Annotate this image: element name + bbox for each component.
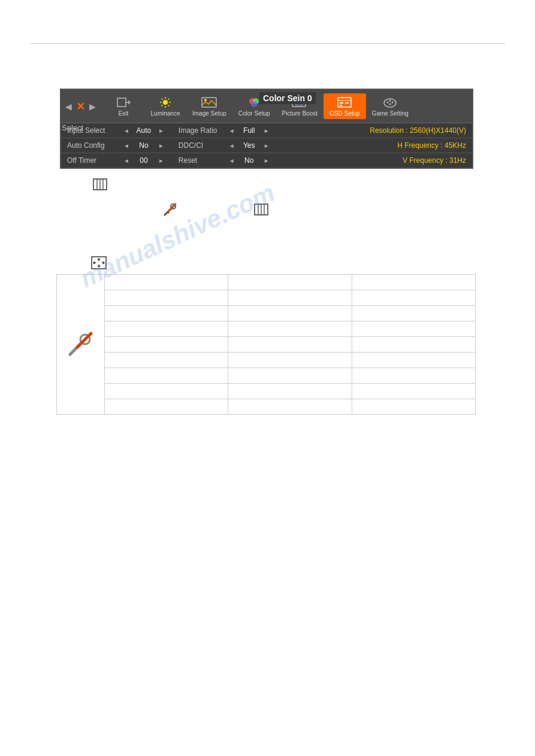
reset-right[interactable]: ► <box>261 157 272 164</box>
nav-item-luminance[interactable]: Luminance <box>144 93 186 119</box>
picture-boost-label: Picture Boost <box>282 110 318 117</box>
table-cell <box>352 290 475 306</box>
svg-rect-0 <box>117 98 126 107</box>
auto-config-right[interactable]: ► <box>156 142 167 149</box>
table-row <box>57 306 476 321</box>
osd-setup-label: OSD Setup <box>330 110 360 117</box>
osd-row-1: Input Select ◄ Auto ► Image Ratio ◄ Full… <box>61 123 472 138</box>
image-ratio-value: Full <box>237 126 261 135</box>
table-cell <box>105 337 228 353</box>
off-timer-left[interactable]: ◄ <box>121 157 132 164</box>
nav-arrow-right[interactable]: ▶ <box>87 102 98 111</box>
table-row <box>57 384 476 399</box>
table-cell <box>228 290 352 306</box>
off-timer-right[interactable]: ► <box>156 157 167 164</box>
reset-label: Reset <box>179 156 226 165</box>
color-sein-label: Color Sein 0 <box>259 92 316 104</box>
image-ratio-right[interactable]: ► <box>261 127 272 134</box>
game-setting-label: Game Setting <box>372 110 409 117</box>
game-setting-icon <box>382 96 398 109</box>
table-cell <box>352 321 475 337</box>
table-row <box>57 399 476 415</box>
nav-arrow-left[interactable]: ◀ <box>64 102 74 111</box>
auto-config-left[interactable]: ◄ <box>121 142 132 149</box>
auto-config-label: Auto Config <box>67 141 121 150</box>
nav-item-image-setup[interactable]: Image Setup <box>186 93 232 119</box>
table-cell <box>105 368 228 384</box>
color-setup-label: Color Setup <box>238 110 270 117</box>
table-cell <box>105 290 228 306</box>
osd-row-2: Auto Config ◄ No ► DDC/CI ◄ Yes ► H Freq… <box>61 138 472 153</box>
table-cell <box>352 337 475 353</box>
svg-point-12 <box>204 99 207 101</box>
svg-line-7 <box>162 99 163 100</box>
svg-point-25 <box>387 102 389 104</box>
luminance-icon <box>157 96 174 109</box>
svg-point-27 <box>389 100 391 102</box>
nav-item-game-setting[interactable]: Game Setting <box>366 93 415 119</box>
svg-rect-11 <box>202 98 216 107</box>
ddc-ci-left[interactable]: ◄ <box>226 142 237 149</box>
input-select-right[interactable]: ► <box>156 127 167 134</box>
paragraph2-tools-icon <box>162 201 179 220</box>
table-cell <box>228 399 352 415</box>
table-cell <box>105 399 228 415</box>
resolution-info: Resolution : 2560(H)X1440(V) <box>370 126 466 135</box>
svg-point-2 <box>163 100 168 105</box>
osd-row-3: Off Timer ◄ 00 ► Reset ◄ No ► V Frequenc… <box>61 153 472 168</box>
tools-icon-large <box>64 327 97 360</box>
table-icon-cell <box>57 275 105 415</box>
ddc-ci-label: DDC/CI <box>179 141 226 150</box>
tools-cross-icon <box>162 201 179 218</box>
exit-label: Exit <box>119 110 129 117</box>
table-cell <box>228 306 352 321</box>
data-table <box>56 274 476 415</box>
reset-value: No <box>237 156 261 165</box>
svg-line-10 <box>168 99 170 100</box>
table-row <box>57 321 476 337</box>
exit-icon <box>115 96 132 109</box>
svg-point-15 <box>251 101 257 107</box>
svg-point-28 <box>389 104 391 105</box>
ddc-ci-right[interactable]: ► <box>261 142 272 149</box>
table-cell <box>352 384 475 399</box>
ddc-ci-value: Yes <box>237 141 261 150</box>
nav-item-osd-setup[interactable]: OSD Setup <box>324 93 366 119</box>
image-setup-icon <box>201 96 217 109</box>
table-cell <box>352 275 475 290</box>
table-cell <box>228 321 352 337</box>
box-bars-icon <box>93 178 107 190</box>
osd-setup-icon <box>336 96 353 109</box>
svg-rect-23 <box>340 105 342 106</box>
top-rule <box>30 43 505 44</box>
table-cell <box>105 321 228 337</box>
table-cell <box>352 368 475 384</box>
paragraph3-move-icon <box>91 256 107 271</box>
svg-point-26 <box>392 102 394 104</box>
select-label: Select <box>62 123 83 132</box>
off-timer-value: 00 <box>132 156 156 165</box>
input-select-value: Auto <box>132 126 156 135</box>
table-cell <box>105 306 228 321</box>
table-cell <box>228 384 352 399</box>
nav-arrows: ◀ ✕ ▶ <box>64 100 98 113</box>
box-bars-icon2 <box>254 204 268 215</box>
image-ratio-left[interactable]: ◄ <box>226 127 237 134</box>
table-row <box>57 353 476 368</box>
nav-active-icon: ✕ <box>74 100 87 113</box>
input-select-left[interactable]: ◄ <box>121 127 132 134</box>
table-cell <box>228 337 352 353</box>
table-cell <box>352 353 475 368</box>
table-cell <box>105 275 228 290</box>
v-frequency-info: V Frequency : 31Hz <box>403 156 466 165</box>
table-cell <box>105 353 228 368</box>
paragraph2-box-icon <box>254 204 268 217</box>
table-cell <box>352 306 475 321</box>
table-row <box>57 275 476 290</box>
reset-left[interactable]: ◄ <box>226 157 237 164</box>
nav-item-exit[interactable]: Exit <box>102 93 144 119</box>
svg-rect-21 <box>340 102 343 104</box>
table-cell <box>105 384 228 399</box>
svg-line-9 <box>162 105 163 107</box>
paragraph1-icon <box>93 178 107 192</box>
